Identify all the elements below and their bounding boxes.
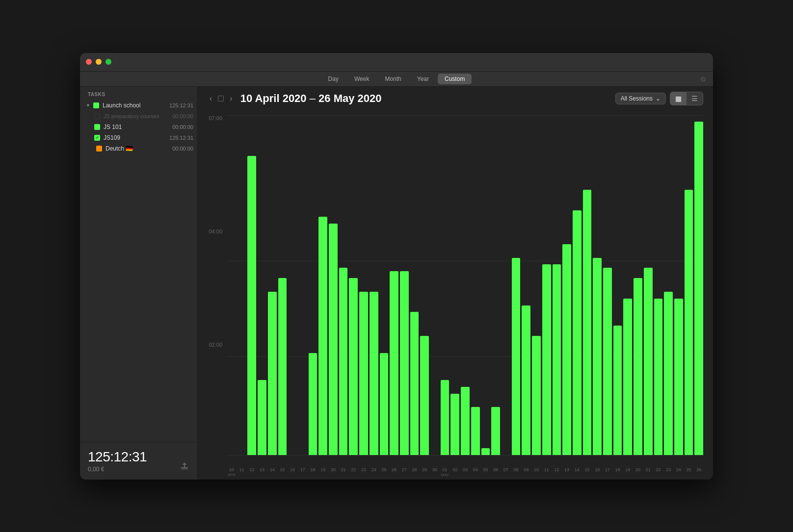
date-separator: – xyxy=(310,92,318,104)
x-date-label: 06 xyxy=(493,467,498,473)
bar xyxy=(410,312,419,455)
bar xyxy=(694,122,703,455)
task-deutch[interactable]: Deutch 🇩🇪 00:00:00 xyxy=(80,143,197,154)
next-button[interactable]: › xyxy=(228,93,234,104)
y-axis: 07:00 04:00 02:00 xyxy=(198,115,227,455)
bar-wrapper xyxy=(288,115,297,455)
x-label-wrapper: 14 xyxy=(268,467,277,477)
bar-wrapper xyxy=(410,115,419,455)
checkbox-checked-icon: ✓ xyxy=(94,134,101,141)
x-date-label: 03 xyxy=(463,467,468,473)
bar-wrapper xyxy=(654,115,663,455)
x-label-wrapper: 16 xyxy=(593,467,602,477)
x-label-wrapper: 21 xyxy=(644,467,653,477)
x-label-wrapper: 10APR xyxy=(227,467,236,477)
bar xyxy=(593,258,602,455)
bar xyxy=(309,353,317,455)
x-date-label: 24 xyxy=(676,467,681,473)
x-date-label: 22 xyxy=(656,467,661,473)
y-label-mid: 04:00 xyxy=(209,228,222,234)
session-filter[interactable]: All Sessions ⌄ xyxy=(615,93,666,104)
tab-year[interactable]: Year xyxy=(410,74,436,84)
bar xyxy=(450,394,459,455)
svg-rect-0 xyxy=(181,467,188,468)
x-label-wrapper: 12 xyxy=(553,467,561,477)
square-icon xyxy=(94,124,101,130)
x-label-wrapper: 07 xyxy=(502,467,510,477)
tab-custom[interactable]: Custom xyxy=(438,74,472,84)
bar xyxy=(461,387,470,455)
bar-wrapper xyxy=(522,115,530,455)
bar xyxy=(349,278,358,455)
x-date-label: 09 xyxy=(524,467,529,473)
bar xyxy=(634,278,642,455)
bar xyxy=(644,268,653,455)
bar-wrapper xyxy=(613,115,622,455)
x-date-label: 04 xyxy=(473,467,478,473)
task-duration: 00:00:00 xyxy=(172,113,193,119)
bar xyxy=(359,292,368,455)
bar-wrapper xyxy=(532,115,541,455)
x-label-wrapper: 05 xyxy=(481,467,490,477)
gridline-bottom xyxy=(227,455,703,456)
view-toggle: ▦ ☰ xyxy=(670,92,703,105)
bar xyxy=(329,224,338,455)
orange-square-icon xyxy=(96,145,103,152)
bar-wrapper xyxy=(441,115,449,455)
x-label-wrapper: 23 xyxy=(359,467,368,477)
x-label-wrapper: 19 xyxy=(318,467,327,477)
task-duration: 125:12:31 xyxy=(169,135,193,141)
tab-day[interactable]: Day xyxy=(321,74,345,84)
bar-wrapper xyxy=(644,115,653,455)
bar-wrapper xyxy=(471,115,480,455)
x-label-wrapper: 25 xyxy=(380,467,389,477)
task-js101[interactable]: JS 101 00:00:00 xyxy=(80,122,197,132)
bar xyxy=(573,210,582,455)
list-view-button[interactable]: ☰ xyxy=(687,92,703,105)
tab-week[interactable]: Week xyxy=(347,74,376,84)
x-date-label: 24 xyxy=(371,467,376,473)
x-date-label: 12 xyxy=(249,467,254,473)
bar-wrapper xyxy=(542,115,551,455)
sidebar-header: TASKS xyxy=(80,87,197,100)
x-date-label: 22 xyxy=(351,467,356,473)
close-button[interactable] xyxy=(86,59,92,65)
x-date-label: 18 xyxy=(615,467,620,473)
task-duration: 00:00:00 xyxy=(172,146,193,152)
maximize-button[interactable] xyxy=(106,59,111,65)
x-label-wrapper: 22 xyxy=(349,467,358,477)
x-date-label: 16 xyxy=(595,467,600,473)
task-launch-school[interactable]: ▼ Launch school 125:12:31 xyxy=(80,100,197,111)
bar-wrapper xyxy=(420,115,429,455)
x-label-wrapper: 17 xyxy=(603,467,612,477)
x-date-label: 10 xyxy=(229,467,234,473)
bar-chart-button[interactable]: ▦ xyxy=(670,92,687,105)
x-label-wrapper: 27 xyxy=(400,467,409,477)
prev-button[interactable]: ‹ xyxy=(208,93,214,104)
bar-wrapper xyxy=(227,115,236,455)
x-label-wrapper: 13 xyxy=(258,467,266,477)
task-list: ▼ Launch school 125:12:31 JS preparatory… xyxy=(80,100,197,442)
x-label-wrapper: 06 xyxy=(491,467,500,477)
bar-wrapper xyxy=(502,115,510,455)
x-label-wrapper: 14 xyxy=(573,467,582,477)
bar xyxy=(370,292,378,455)
bar-wrapper xyxy=(238,115,246,455)
bar-wrapper xyxy=(481,115,490,455)
x-date-label: 21 xyxy=(646,467,651,473)
x-label-wrapper: 18 xyxy=(309,467,317,477)
x-label-wrapper: 18 xyxy=(613,467,622,477)
bar xyxy=(491,407,500,455)
today-button[interactable] xyxy=(218,96,224,101)
tab-month[interactable]: Month xyxy=(378,74,408,84)
x-date-label: 07 xyxy=(503,467,508,473)
x-label-wrapper: 08 xyxy=(512,467,521,477)
x-label-wrapper: 15 xyxy=(278,467,287,477)
task-js109[interactable]: ✓ JS109 125:12:31 xyxy=(80,132,197,143)
task-js-prep[interactable]: JS preparatory courses 00:00:00 xyxy=(80,111,197,122)
x-label-wrapper: 20 xyxy=(634,467,642,477)
x-date-label: 15 xyxy=(280,467,285,473)
minimize-button[interactable] xyxy=(96,59,102,65)
export-button[interactable] xyxy=(180,460,189,473)
x-label-wrapper: 23 xyxy=(664,467,673,477)
